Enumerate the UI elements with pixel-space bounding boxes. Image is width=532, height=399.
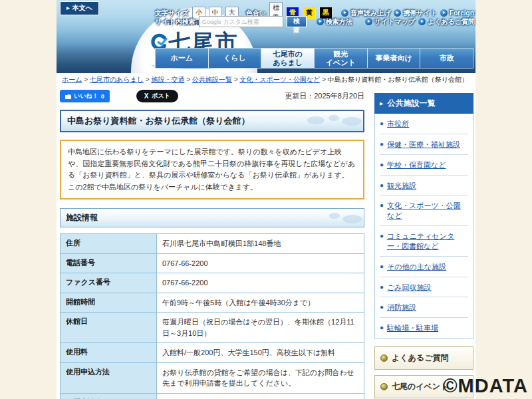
skip-to-content-button[interactable]: 本文へ <box>60 1 99 15</box>
sidebar-item-city-hall[interactable]: ●市役所 <box>380 114 468 134</box>
breadcrumb-link[interactable]: 公共施設一覧 <box>192 76 232 83</box>
sidebar-item-community-library[interactable]: ●コミュニティセンター・図書館など <box>380 226 468 257</box>
sidebar-item-schools[interactable]: ●学校・保育園など <box>380 155 468 176</box>
arrow-circle-icon <box>418 18 426 25</box>
utility-bar-search: サイト内検索 検索 検索方法 サイトマップ よくあるご質問 <box>155 16 473 27</box>
sidebar-links-box: ●市役所 ●保健・医療・福祉施設 ●学校・保育園など ●観光施設 ●文化・スポー… <box>374 114 473 338</box>
bullet-icon: ● <box>380 140 384 150</box>
search-button[interactable]: 検索 <box>287 16 307 27</box>
breadcrumb: ホーム七尾市のあらまし施設・交通公共施設一覧文化・スポーツ・公園など中島お祭り資… <box>62 75 471 84</box>
table-row: 使用申請書 お祭り伝承館利用申請書（RTF：91KB） <box>61 393 364 399</box>
main-column: 中島お祭り資料館・お祭り伝承館（祭り会館） 中島地区に伝わる祭りをテーマにした展… <box>60 110 364 399</box>
faq-box[interactable]: よくあるご質問 <box>374 346 473 370</box>
breadcrumb-link[interactable]: 文化・スポーツ・公園など <box>239 76 320 83</box>
nav-tab-living[interactable]: くらし <box>209 49 262 68</box>
description-paragraph: 中島地区に伝わる祭りをテーマにした展示館です。祭りの数々を収めたビデオ上映や、国… <box>68 146 356 182</box>
sidebar: 公共施設一覧 ●市役所 ●保健・医療・福祉施設 ●学校・保育園など ●観光施設 … <box>374 93 473 398</box>
bullet-icon: ● <box>380 303 384 313</box>
facility-description: 中島地区に伝わる祭りをテーマにした展示館です。祭りの数々を収めたビデオ上映や、国… <box>60 140 364 200</box>
site-search-input[interactable] <box>199 16 283 27</box>
row-label: 開館時間 <box>61 293 157 313</box>
like-count: 0 <box>101 93 104 100</box>
bullet-icon: ● <box>380 181 384 191</box>
description-paragraph: この2館で中島地区の祭りをバーチャルに体験できます。 <box>68 182 356 194</box>
row-value: 午前9時～午後5時（入館は午後4時30分まで） <box>157 293 364 313</box>
site-header: 市民活躍都市 七尾市 本文へ 文字サイズ 小 中 大 色合い 標準 青 黄 <box>57 0 475 73</box>
gold-circle-icon <box>380 354 388 362</box>
nav-tab-city-government[interactable]: 市政 <box>420 49 473 68</box>
cloud-decoration-icon <box>329 213 340 219</box>
row-value: 石川県七尾市中島町横田1部148番地 <box>157 234 364 254</box>
gold-circle-icon <box>380 383 388 390</box>
row-label: ファクス番号 <box>61 273 157 293</box>
row-label: 電話番号 <box>61 253 157 273</box>
cloud-decoration-icon <box>307 116 325 124</box>
table-row: 電話番号 0767-66-2200 <box>61 253 364 273</box>
sidebar-item-tourism[interactable]: ●観光施設 <box>380 176 468 196</box>
cloud-decoration-icon <box>329 115 339 121</box>
bullet-icon: ● <box>380 231 384 251</box>
bullet-icon: ● <box>380 262 384 272</box>
table-row: 使用申込方法 お祭り伝承館の貸館をご希望の場合は、下記のお問合わせ先まで利用申請… <box>61 362 364 393</box>
x-post-button[interactable]: X ポスト <box>136 90 178 102</box>
row-value: お祭り伝承館の貸館をご希望の場合は、下記のお問合わせ先まで利用申請書を提出してく… <box>157 362 364 393</box>
nav-tab-tourism-events[interactable]: 観光 イベント <box>315 49 368 68</box>
breadcrumb-link[interactable]: 施設・交通 <box>151 76 184 83</box>
row-label: 住所 <box>61 234 157 254</box>
sidebar-item-culture-sports[interactable]: ●文化・スポーツ・公園など <box>380 196 468 226</box>
row-value: 0767-66-2200 <box>157 273 364 293</box>
facebook-like-button[interactable]: いいね！ 0 <box>60 90 110 102</box>
bullet-icon: ● <box>380 201 384 221</box>
faq-link[interactable]: よくあるご質問 <box>418 17 475 27</box>
main-navigation: ホーム くらし 七尾市の あらまし 観光 イベント 事業者向け 市政 <box>155 48 473 68</box>
page-title: 中島お祭り資料館・お祭り伝承館（祭り会館） <box>60 110 364 132</box>
row-label: 休館日 <box>61 313 157 343</box>
table-row: 使用料 入館料/一般200円、大学生150円、高校生以下は無料 <box>61 343 364 363</box>
sidebar-header-public-facilities[interactable]: 公共施設一覧 <box>374 93 473 114</box>
nav-tab-city-overview[interactable]: 七尾市の あらまし <box>261 49 315 68</box>
row-value: 毎週月曜日（祝日の場合はその翌日）、冬期休館（12月11日～3月10日） <box>157 313 364 343</box>
nav-tab-business[interactable]: 事業者向け <box>368 49 421 68</box>
nav-tab-home[interactable]: ホーム <box>156 49 209 68</box>
row-value: 入館料/一般200円、大学生150円、高校生以下は無料 <box>157 343 364 363</box>
site-search-label: サイト内検索 <box>155 17 196 27</box>
row-label: 使用申込方法 <box>61 362 157 393</box>
sidebar-item-parking[interactable]: ●駐輪場・駐車場 <box>380 318 468 338</box>
cloud-decoration-icon <box>342 215 362 223</box>
watermark: ©MDATA <box>443 375 528 397</box>
page-content: 市民活躍都市 七尾市 本文へ 文字サイズ 小 中 大 色合い 標準 青 黄 <box>57 0 475 399</box>
x-icon: X <box>144 92 149 100</box>
breadcrumb-current: 中島お祭り資料館・お祭り伝承館（祭り会館） <box>328 76 468 83</box>
bullet-icon: ● <box>380 160 384 170</box>
bullet-icon: ● <box>380 283 384 293</box>
table-row: ファクス番号 0767-66-2200 <box>61 273 364 293</box>
row-label: 使用申請書 <box>61 393 157 399</box>
bullet-icon: ● <box>380 323 384 333</box>
breadcrumb-link[interactable]: ホーム <box>62 76 82 83</box>
arrow-circle-icon <box>317 18 324 25</box>
sidebar-item-health-welfare[interactable]: ●保健・医療・福祉施設 <box>380 134 468 155</box>
table-row: 休館日 毎週月曜日（祝日の場合はその翌日）、冬期休館（12月11日～3月10日） <box>61 313 364 343</box>
updated-date: 更新日：2025年8月20日 <box>285 91 364 101</box>
table-row: 住所 石川県七尾市中島町横田1部148番地 <box>61 234 364 254</box>
social-row: いいね！ 0 X ポスト 更新日：2025年8月20日 <box>60 90 364 102</box>
sidebar-item-fire[interactable]: ●消防施設 <box>380 297 468 318</box>
row-value: 0767-66-2200 <box>157 253 364 273</box>
thumbs-up-icon <box>65 93 71 99</box>
sitemap-link[interactable]: サイトマップ <box>365 17 415 27</box>
section-header-facility-info: 施設情報 <box>60 208 364 227</box>
arrow-circle-icon <box>365 18 372 25</box>
facility-info-table: 住所 石川県七尾市中島町横田1部148番地 電話番号 0767-66-2200 … <box>60 233 364 399</box>
row-value: お祭り伝承館利用申請書（RTF：91KB） <box>157 393 364 399</box>
sidebar-item-other-facilities[interactable]: ●その他の主な施設 <box>380 257 468 277</box>
table-row: 開館時間 午前9時～午後5時（入館は午後4時30分まで） <box>61 293 364 313</box>
row-label: 使用料 <box>61 343 157 363</box>
sidebar-item-garbage[interactable]: ●ごみ回収施設 <box>380 277 468 298</box>
bullet-icon: ● <box>380 119 384 129</box>
search-help-link[interactable]: 検索方法 <box>317 17 352 27</box>
breadcrumb-link[interactable]: 七尾市のあらまし <box>90 76 144 83</box>
cloud-decoration-icon <box>342 117 362 126</box>
